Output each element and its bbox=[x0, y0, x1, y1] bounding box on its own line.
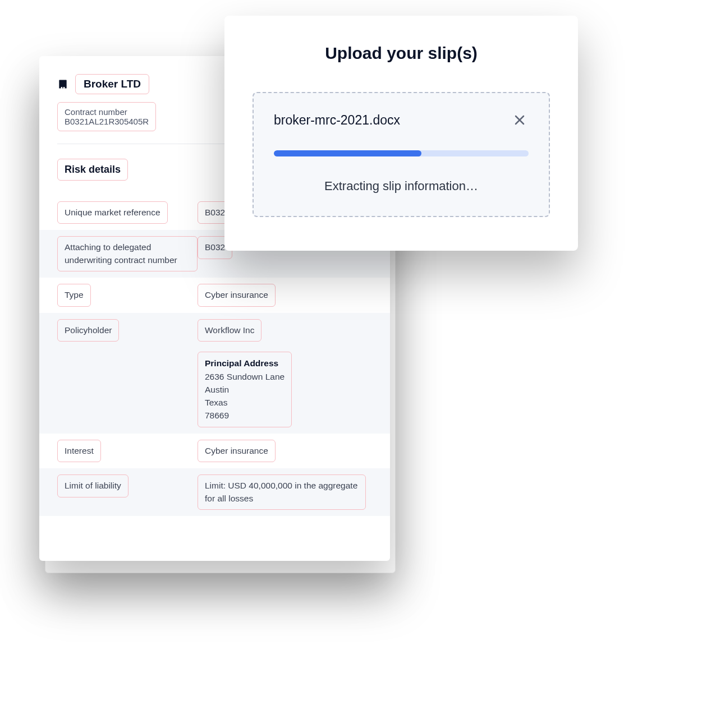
close-icon bbox=[513, 113, 529, 127]
row-value: Limit: USD 40,000,000 in the aggregate f… bbox=[198, 474, 366, 510]
row-label: Interest bbox=[57, 440, 101, 462]
remove-file-button[interactable] bbox=[513, 112, 529, 128]
upload-progress-track bbox=[274, 150, 529, 156]
broker-name-chip: Broker LTD bbox=[75, 74, 149, 94]
section-title: Risk details bbox=[57, 159, 128, 181]
address-title: Principal Address bbox=[205, 357, 285, 370]
address-chip: Principal Address 2636 Sundown Lane Aust… bbox=[198, 352, 292, 427]
upload-dropzone[interactable]: broker-mrc-2021.docx Extracting slip inf… bbox=[253, 92, 550, 217]
contract-number-label: Contract number bbox=[65, 107, 149, 117]
upload-file-name: broker-mrc-2021.docx bbox=[274, 113, 400, 128]
row-value: Cyber insurance bbox=[198, 440, 276, 462]
upload-file-row: broker-mrc-2021.docx bbox=[274, 112, 529, 128]
address-line: Texas bbox=[205, 396, 285, 409]
upload-title: Upload your slip(s) bbox=[253, 44, 550, 63]
row-label: Policyholder bbox=[57, 319, 119, 342]
row-label: Unique market reference bbox=[57, 201, 168, 224]
row-type: Type Cyber insurance bbox=[57, 278, 372, 312]
contract-number-chip: Contract number B0321AL21R305405R bbox=[57, 102, 156, 131]
row-limit-of-liability: Limit of liability Limit: USD 40,000,000… bbox=[39, 468, 390, 516]
row-interest: Interest Cyber insurance bbox=[57, 434, 372, 468]
row-value: Cyber insurance bbox=[198, 284, 276, 306]
upload-modal: Upload your slip(s) broker-mrc-2021.docx… bbox=[224, 16, 578, 251]
address-line: Austin bbox=[205, 383, 285, 396]
upload-status-text: Extracting slip information… bbox=[274, 179, 529, 193]
row-label: Attaching to delegated underwriting cont… bbox=[57, 236, 198, 271]
contract-number-value: B0321AL21R305405R bbox=[65, 117, 149, 126]
address-line: 2636 Sundown Lane bbox=[205, 370, 285, 383]
row-value: Workflow Inc bbox=[198, 319, 261, 342]
row-label: Limit of liability bbox=[57, 474, 129, 497]
building-icon bbox=[57, 79, 68, 90]
upload-progress-fill bbox=[274, 150, 421, 156]
row-policyholder: Policyholder Workflow Inc Principal Addr… bbox=[39, 313, 390, 434]
row-label: Type bbox=[57, 284, 91, 306]
address-line: 78669 bbox=[205, 409, 285, 422]
